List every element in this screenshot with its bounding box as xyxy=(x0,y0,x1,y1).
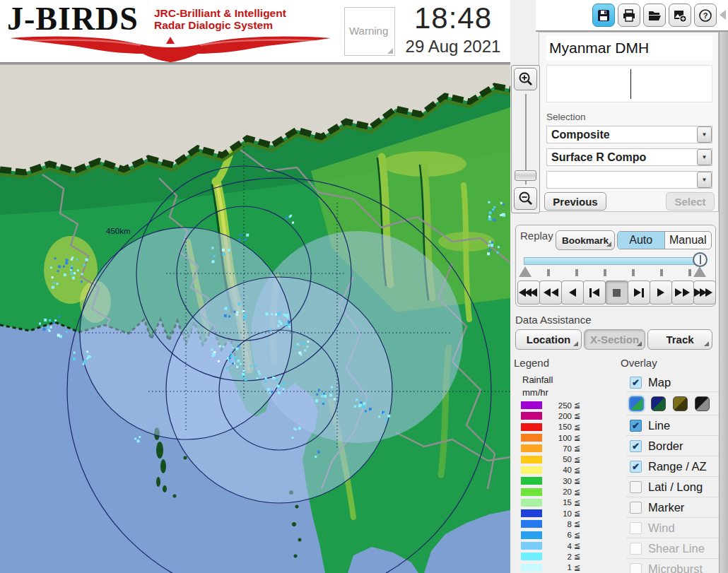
play-reverse-button[interactable] xyxy=(561,280,584,305)
rain-echo-pixel xyxy=(73,358,76,360)
rain-echo-pixel xyxy=(223,253,225,256)
rain-echo-pixel xyxy=(44,319,47,321)
map-style-olive-button[interactable] xyxy=(673,396,688,411)
rain-echo-pixel xyxy=(222,249,225,252)
rain-echo-pixel xyxy=(298,427,301,430)
legend-color-swatch xyxy=(521,434,542,442)
help-button[interactable]: ? xyxy=(694,4,717,27)
radar-map[interactable]: 450km xyxy=(0,64,510,573)
zoom-slider-handle[interactable] xyxy=(515,170,536,181)
x-section-button[interactable]: X-Section xyxy=(584,329,645,350)
replay-label: Replay xyxy=(520,230,553,242)
chevron-down-icon[interactable]: ▼ xyxy=(697,126,712,143)
warning-panel[interactable]: Warning xyxy=(344,7,395,56)
legend-operator: ≦ xyxy=(574,476,580,485)
rain-echo-pixel xyxy=(269,329,271,331)
previous-button[interactable]: Previous xyxy=(544,192,606,211)
map-style-black-gray-button[interactable] xyxy=(695,396,710,411)
rain-echo-pixel xyxy=(236,366,238,368)
add-image-button[interactable] xyxy=(669,4,691,27)
replay-slider-track[interactable] xyxy=(524,257,706,265)
print-button[interactable] xyxy=(618,4,640,27)
rain-echo-pixel xyxy=(255,365,257,367)
marker-checkbox[interactable] xyxy=(630,502,642,514)
lati-long-checkbox[interactable] xyxy=(630,481,642,493)
rain-echo-pixel xyxy=(282,382,285,385)
stop-button[interactable] xyxy=(605,280,628,305)
border-checkbox[interactable]: ✔ xyxy=(630,440,642,452)
rain-echo-pixel xyxy=(74,352,76,354)
rain-echo-pixel xyxy=(212,260,215,263)
location-button[interactable]: Location xyxy=(515,329,582,350)
rain-echo-pixel xyxy=(241,376,243,378)
rain-echo-pixel xyxy=(71,267,73,269)
slider-start-marker-icon[interactable] xyxy=(519,266,532,277)
rain-echo-pixel xyxy=(286,217,288,219)
rain-echo-pixel xyxy=(225,307,228,309)
overlay-item-label: Range / AZ xyxy=(648,460,707,473)
fast-forward-button[interactable] xyxy=(671,280,694,305)
rain-echo-pixel xyxy=(500,214,502,216)
range-az-checkbox[interactable]: ✔ xyxy=(630,461,642,473)
dropdown-product-category[interactable]: Composite ▼ xyxy=(546,126,712,143)
open-folder-button[interactable] xyxy=(643,4,666,27)
rain-echo-pixel xyxy=(493,206,495,208)
step-forward-button[interactable] xyxy=(628,280,650,305)
play-button[interactable] xyxy=(650,280,672,305)
rain-echo-pixel xyxy=(238,302,241,305)
rain-echo-pixel xyxy=(321,393,323,395)
rain-echo-pixel xyxy=(74,272,76,274)
rain-echo-pixel xyxy=(88,355,90,358)
map-checkbox[interactable]: ✔ xyxy=(630,377,642,389)
rain-echo-pixel xyxy=(57,270,59,272)
rain-echo-pixel xyxy=(230,352,232,354)
replay-slider-handle[interactable] xyxy=(693,252,708,267)
rain-echo-pixel xyxy=(139,436,141,438)
rain-echo-pixel xyxy=(277,325,279,327)
overlay-item-label: Map xyxy=(648,376,671,389)
auto-mode-button[interactable]: Auto xyxy=(618,232,664,249)
overlay-item-label: Lati / Long xyxy=(648,480,703,494)
step-back-button[interactable] xyxy=(583,280,606,305)
dropdown-product-option[interactable]: ▼ xyxy=(546,171,712,189)
legend-value: 100 xyxy=(542,434,572,442)
slider-end-marker-icon[interactable] xyxy=(693,266,706,277)
select-button[interactable]: Select xyxy=(666,192,715,211)
chevron-down-icon[interactable]: ▼ xyxy=(697,172,712,188)
zoom-in-icon xyxy=(518,71,534,87)
line-checkbox[interactable]: ✔ xyxy=(630,420,642,432)
rain-echo-pixel xyxy=(83,363,85,365)
track-button[interactable]: Track xyxy=(647,329,712,350)
legend-operator: ≦ xyxy=(574,411,580,420)
map-style-blue-green-button[interactable] xyxy=(629,396,644,411)
cursor-line xyxy=(630,69,631,99)
rain-echo-pixel xyxy=(257,377,259,379)
fast-forward-3-button[interactable] xyxy=(693,280,716,305)
chevron-down-icon[interactable]: ▼ xyxy=(697,149,712,165)
rain-echo-pixel xyxy=(86,259,88,261)
bookmark-button[interactable]: Bookmark xyxy=(556,230,615,250)
zoom-in-button[interactable] xyxy=(514,68,537,90)
dropdown-product-type[interactable]: Surface R Compo ▼ xyxy=(546,148,712,166)
zoom-out-button[interactable] xyxy=(514,187,537,210)
fast-rewind-3-button[interactable] xyxy=(517,280,540,305)
playback-controls xyxy=(517,280,715,305)
rain-echo-pixel xyxy=(63,266,65,268)
legend-color-swatch xyxy=(521,542,542,550)
legend-row: 20≦ xyxy=(521,486,599,497)
manual-mode-button[interactable]: Manual xyxy=(664,232,712,249)
rain-echo-pixel xyxy=(283,314,286,316)
legend-color-swatch xyxy=(521,531,542,539)
rain-echo-pixel xyxy=(316,394,318,396)
rain-echo-pixel xyxy=(235,348,238,350)
map-style-navy-green-button[interactable] xyxy=(651,396,666,411)
legend-value: 10 xyxy=(542,509,572,518)
microburst-checkbox xyxy=(630,563,642,573)
legend-color-swatch xyxy=(521,412,542,420)
rain-echo-pixel xyxy=(86,350,88,353)
fast-rewind-button[interactable] xyxy=(539,280,562,305)
save-button[interactable] xyxy=(592,4,615,27)
station-display-field[interactable] xyxy=(546,65,712,102)
legend-operator: ≦ xyxy=(574,531,580,540)
collapse-panel-arrow-icon[interactable] xyxy=(720,10,726,20)
